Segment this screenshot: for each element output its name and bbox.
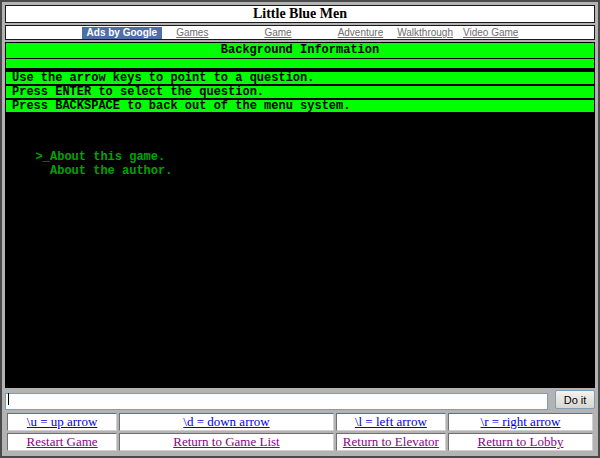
- return-lobby-link[interactable]: Return to Lobby: [478, 434, 564, 449]
- ad-bar: Ads by Google Games Game Adventure Walkt…: [5, 25, 595, 40]
- right-arrow-link[interactable]: \r = right arrow: [481, 414, 561, 429]
- command-input-wrap: [5, 391, 548, 408]
- down-arrow-link[interactable]: \d = down arrow: [183, 414, 269, 429]
- ad-link-games[interactable]: Games: [176, 27, 208, 38]
- nav-cell-elevator: Return to Elevator: [336, 433, 446, 451]
- page-title: Little Blue Men: [5, 5, 595, 23]
- shortcuts-row: \u = up arrow \d = down arrow \l = left …: [7, 413, 593, 431]
- ad-link-walkthrough[interactable]: Walkthrough: [397, 27, 453, 38]
- up-arrow-link[interactable]: \u = up arrow: [27, 414, 98, 429]
- nav-cell-game-list: Return to Game List: [119, 433, 334, 451]
- status-empty-bar: [6, 59, 594, 68]
- command-row: Do it: [5, 390, 595, 409]
- status-instruction-2: Press ENTER to select the question.: [6, 86, 594, 98]
- nav-cell-restart: Restart Game: [7, 433, 117, 451]
- console-menu-text: >_About this game. About the author.: [6, 112, 594, 178]
- return-elevator-link[interactable]: Return to Elevator: [343, 434, 439, 449]
- text-caret: [8, 393, 9, 405]
- shortcut-cell-down: \d = down arrow: [119, 413, 334, 431]
- nav-links-row: Restart Game Return to Game List Return …: [7, 433, 593, 451]
- status-instruction-3: Press BACKSPACE to back out of the menu …: [6, 100, 594, 112]
- ads-by-google-badge[interactable]: Ads by Google: [82, 27, 163, 39]
- game-screen: Background Information Use the arrow key…: [5, 42, 595, 388]
- game-title-text: Little Blue Men: [253, 6, 347, 22]
- shortcut-cell-left: \l = left arrow: [336, 413, 446, 431]
- shortcut-cell-up: \u = up arrow: [7, 413, 117, 431]
- return-game-list-link[interactable]: Return to Game List: [173, 434, 280, 449]
- ad-link-game[interactable]: Game: [264, 27, 291, 38]
- restart-game-link[interactable]: Restart Game: [27, 434, 98, 449]
- command-input[interactable]: [5, 393, 548, 410]
- ad-link-video-game[interactable]: Video Game: [463, 27, 518, 38]
- nav-cell-lobby: Return to Lobby: [448, 433, 593, 451]
- left-arrow-link[interactable]: \l = left arrow: [355, 414, 427, 429]
- do-it-button[interactable]: Do it: [555, 390, 595, 409]
- ad-link-adventure[interactable]: Adventure: [338, 27, 384, 38]
- status-instruction-1: Use the arrow keys to point to a questio…: [6, 72, 594, 84]
- nav-table: \u = up arrow \d = down arrow \l = left …: [5, 411, 595, 453]
- status-header: Background Information: [6, 43, 594, 58]
- shortcut-cell-right: \r = right arrow: [448, 413, 593, 431]
- game-window: Little Blue Men Ads by Google Games Game…: [0, 0, 600, 458]
